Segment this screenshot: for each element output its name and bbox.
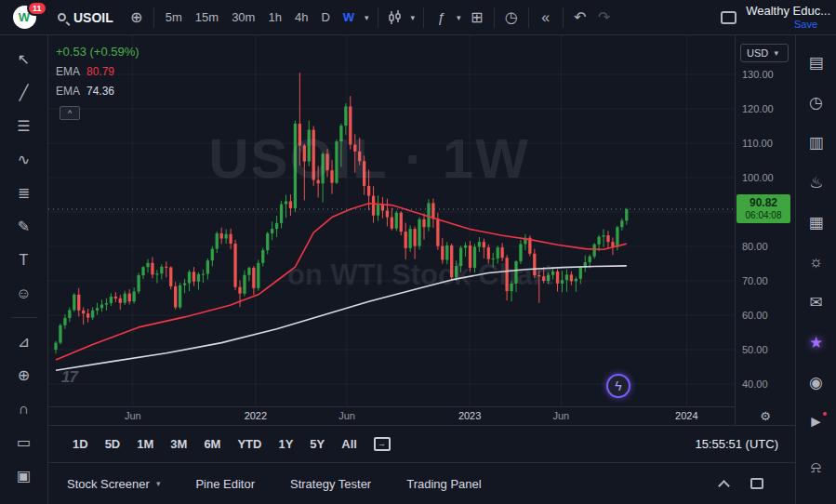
expand-panel-icon[interactable] (750, 478, 763, 489)
add-symbol-icon[interactable]: ⊕ (125, 5, 149, 31)
bar-countdown: 06:04:08 (736, 210, 790, 222)
forecast-icon[interactable]: ≣ (8, 180, 40, 206)
range-1d[interactable]: 1D (65, 433, 96, 455)
drawing-toolbar: ↖╱☰∿≣✎T☺⊿⊕∩▭▣ (0, 35, 48, 504)
timeframe-30m[interactable]: 30m (225, 5, 261, 31)
fullscreen-icon[interactable] (721, 11, 736, 24)
trend-line-icon[interactable]: ╱ (8, 80, 40, 105)
gear-icon[interactable]: ⚙ (760, 409, 771, 423)
tab-stock-screener[interactable]: Stock Screener▾ (67, 477, 160, 491)
chart-legend: +0.53 (+0.59%) EMA 80.79 EMA 74.36 (56, 45, 139, 98)
chart-pane[interactable]: USOIL · 1W on WTI Stock Chart +0.53 (+0.… (48, 35, 735, 406)
fib-retracement-icon[interactable]: ☰ (8, 113, 40, 139)
currency-dropdown[interactable]: USD ▾ (740, 44, 789, 62)
notification-count-badge: 11 (27, 1, 47, 16)
range-5y[interactable]: 5Y (302, 433, 332, 455)
account-menu[interactable]: Wealthy Educ... Save (746, 4, 830, 31)
range-1y[interactable]: 1Y (271, 433, 300, 455)
interval-chevron-icon[interactable]: ▾ (361, 13, 373, 22)
time-label: 2023 (458, 410, 481, 421)
range-group: 1D5D1M3M6MYTD1Y5YAll (65, 433, 365, 455)
collapse-panel-icon[interactable] (718, 480, 730, 492)
journal-icon[interactable]: ▥ (803, 128, 830, 156)
tab-strategy-tester[interactable]: Strategy Tester (290, 477, 371, 491)
clock-label[interactable]: 15:55:51 (UTC) (695, 437, 778, 451)
help-icon[interactable]: ◉ (803, 368, 830, 396)
tab-label: Stock Screener (67, 477, 150, 491)
emoji-icon[interactable]: ☺ (8, 281, 40, 306)
range-5d[interactable]: 5D (98, 433, 128, 455)
undo-icon[interactable]: ↶ (568, 5, 592, 31)
notifications-bell-icon[interactable]: ⍾ (803, 454, 830, 482)
price-label: 130.00 (742, 69, 774, 80)
ruler-icon[interactable]: ⊿ (8, 329, 40, 354)
toolbar-separator (563, 7, 564, 28)
ideas-icon[interactable]: ☼ (803, 248, 830, 276)
timeframe-4h[interactable]: 4h (288, 5, 314, 31)
tab-trading-panel[interactable]: Trading Panel (406, 477, 481, 491)
text-icon[interactable]: T (8, 247, 40, 272)
timeframe-5m[interactable]: 5m (159, 5, 189, 31)
price-label: 120.00 (742, 103, 774, 114)
legend-collapse-button[interactable]: ^ (60, 106, 80, 120)
home-logo[interactable]: W 11 (0, 0, 48, 35)
ema-slow-legend[interactable]: EMA 74.36 (56, 85, 139, 98)
tradingview-watermark-icon[interactable]: 17 (61, 368, 77, 387)
candlestick-chart[interactable] (48, 35, 735, 406)
timeframe-D[interactable]: D (314, 5, 336, 31)
range-6m[interactable]: 6M (196, 433, 228, 455)
tab-pine-editor[interactable]: Pine Editor (195, 477, 255, 491)
account-name: Wealthy Educ... (746, 4, 830, 19)
ema-fast-value: 80.79 (86, 65, 114, 78)
date-ranges-bar: 1D5D1M3M6MYTD1Y5YAll 15:55:51 (UTC) (48, 425, 795, 462)
redo-icon[interactable]: ↷ (592, 5, 617, 31)
search-icon (58, 13, 66, 21)
price-scale[interactable]: USD ▾ 40.0050.0060.0070.0080.0090.00100.… (735, 35, 795, 425)
bar-replay-icon[interactable]: « (534, 5, 558, 31)
toolbar-separator (153, 7, 154, 28)
time-label: 2022 (245, 410, 267, 421)
timeframe-15m[interactable]: 15m (189, 5, 225, 31)
tab-label: Strategy Tester (290, 477, 371, 491)
timeframe-W[interactable]: W (337, 5, 361, 31)
boost-lightning-icon[interactable]: ϟ (606, 374, 630, 398)
save-button[interactable]: Save (794, 19, 817, 31)
layout-grid-icon[interactable]: ⊞ (465, 5, 489, 31)
calendar-icon[interactable]: ▦ (803, 208, 830, 236)
chat-icon[interactable]: ✉ (803, 288, 830, 316)
ema-fast-legend[interactable]: EMA 80.79 (56, 65, 139, 78)
range-3m[interactable]: 3M (163, 433, 194, 455)
time-label: Jun (125, 410, 141, 421)
chart-style-icon[interactable] (383, 5, 407, 31)
alert-icon[interactable]: ◷ (499, 5, 524, 31)
draw-panel-icon[interactable]: ▭ (8, 430, 40, 455)
hotlists-icon[interactable]: ♨ (803, 168, 830, 196)
toolbar-separator (494, 7, 495, 28)
indicators-icon[interactable]: ƒ (429, 5, 453, 31)
goto-date-icon[interactable] (374, 437, 391, 451)
magnet-icon[interactable]: ∩ (8, 396, 40, 421)
app-root: W 11 USOIL ⊕ 5m15m30m1h4hDW ▾ ▾ ƒ ▾ ⊞ ◷ … (0, 0, 836, 504)
range-all[interactable]: All (334, 433, 365, 455)
zoom-icon[interactable]: ⊕ (8, 363, 40, 388)
alerts-icon[interactable]: ◷ (803, 88, 830, 116)
range-ytd[interactable]: YTD (230, 433, 269, 455)
lock-icon[interactable]: ▣ (8, 463, 40, 488)
price-label: 80.00 (742, 241, 768, 252)
cursor-icon[interactable]: ↖ (8, 46, 40, 72)
range-1m[interactable]: 1M (129, 433, 161, 455)
account-area: Wealthy Educ... Save (721, 4, 836, 31)
watchlist-icon[interactable]: ▤ (803, 48, 830, 76)
announcements-icon[interactable]: ► (803, 408, 830, 436)
timeframe-1h[interactable]: 1h (261, 5, 287, 31)
brush-icon[interactable]: ✎ (8, 214, 40, 239)
last-price-badge: 90.82 06:04:08 (736, 194, 790, 224)
price-label: 70.00 (742, 275, 768, 286)
indicators-chevron-icon[interactable]: ▾ (453, 13, 465, 22)
symbol-search-button[interactable]: USOIL (48, 10, 125, 25)
pattern-icon[interactable]: ∿ (8, 147, 40, 172)
chart-style-chevron-icon[interactable]: ▾ (407, 13, 419, 22)
price-label: 110.00 (742, 138, 773, 149)
time-axis[interactable]: Jun2022Jun2023Jun2024 (48, 406, 735, 425)
ai-sparkle-icon[interactable]: ★ (803, 328, 830, 356)
